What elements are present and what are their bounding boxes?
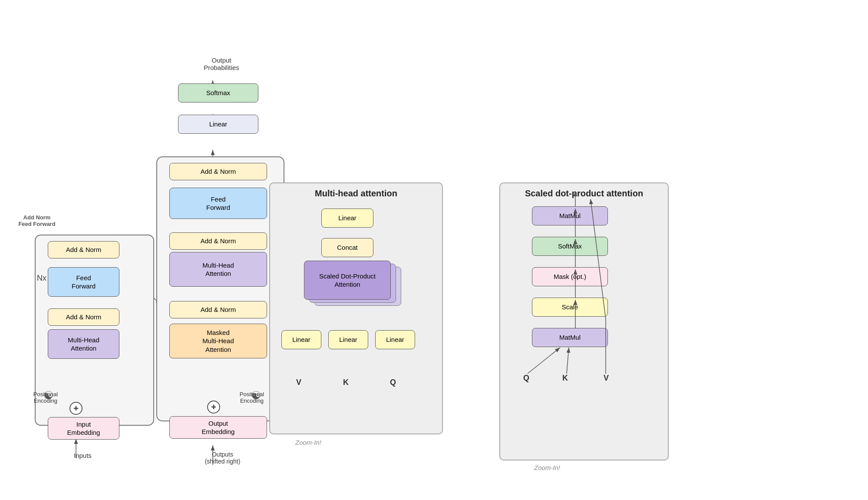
sd-zoom-label: Zoom-In! [534, 464, 560, 471]
sd-matmul-bot: MatMul [532, 328, 608, 347]
mh-linear-out: Linear [321, 209, 373, 228]
sd-v-label: V [604, 374, 609, 383]
decoder-yinyang-icon: ☯ [251, 389, 261, 402]
mh-k-label: K [343, 378, 349, 387]
mh-linear-q: Linear [375, 330, 415, 349]
decoder-masked-multi-head: MaskedMulti-HeadAttention [169, 324, 267, 358]
decoder-add-norm-top: Add & Norm [169, 163, 267, 180]
sd-mask: Mask (opt.) [532, 267, 608, 286]
output-prob-label: OutputProbabilities [174, 56, 269, 71]
add-norm-ff-side-label: Add NormFeed Forward [17, 214, 56, 227]
sd-scale: Scale [532, 298, 608, 317]
scaled-dot-zoom-title: Scaled dot-product attention [500, 183, 668, 201]
sd-k-label: K [562, 374, 568, 383]
encoder-feed-forward: FeedForward [48, 267, 119, 297]
sd-softmax: SoftMax [532, 237, 608, 256]
mh-linear-k: Linear [328, 330, 368, 349]
decoder-add-norm-mid: Add & Norm [169, 232, 267, 250]
decoder-multi-head-attn: Multi-HeadAttention [169, 252, 267, 287]
decoder-softmax: Softmax [178, 83, 258, 103]
encoder-input-embedding: InputEmbedding [48, 417, 119, 440]
encoder-add-norm-top: Add & Norm [48, 241, 119, 258]
encoder-plus-circle: + [69, 402, 83, 415]
mh-v-label: V [296, 378, 301, 387]
decoder-linear: Linear [178, 115, 258, 134]
multi-head-zoom-title: Multi-head attention [270, 183, 442, 201]
encoder-nx-label: Nx [37, 274, 46, 283]
mh-zoom-label: Zoom-In! [295, 439, 321, 446]
sd-q-label: Q [523, 374, 529, 383]
encoder-add-norm-mid: Add & Norm [48, 308, 119, 326]
decoder-add-norm-bot: Add & Norm [169, 301, 267, 318]
encoder-inputs-label: Inputs [74, 452, 92, 459]
decoder-plus-circle: + [207, 401, 220, 414]
mh-q-label: Q [390, 378, 396, 387]
mh-scaled-dot-main: Scaled Dot-ProductAttention [304, 261, 391, 300]
encoder-yinyang-icon: ☯ [43, 389, 53, 402]
sd-matmul-top: MatMul [532, 206, 608, 225]
decoder-output-embedding: OutputEmbedding [169, 416, 267, 439]
decoder-outputs-label: Outputs(shifted right) [187, 451, 258, 465]
decoder-feed-forward: FeedForward [169, 188, 267, 219]
encoder-multi-head-attn: Multi-HeadAttention [48, 329, 119, 359]
mh-linear-v: Linear [281, 330, 321, 349]
mh-concat: Concat [321, 238, 373, 257]
